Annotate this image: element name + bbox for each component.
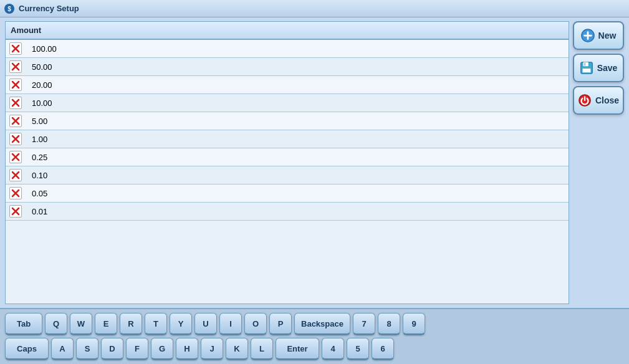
key-i[interactable]: I	[219, 313, 242, 335]
save-icon	[580, 61, 593, 75]
key-caps[interactable]: Caps	[5, 338, 49, 360]
table-row: 0.10	[6, 166, 569, 184]
svg-text:$: $	[7, 6, 11, 12]
key-o[interactable]: O	[244, 313, 267, 335]
delete-row-button[interactable]	[9, 169, 22, 181]
svg-rect-38	[584, 63, 585, 66]
key-8[interactable]: 8	[378, 313, 400, 335]
key-6[interactable]: 6	[372, 338, 394, 360]
amount-value: 1.00	[29, 135, 47, 144]
key-j[interactable]: J	[201, 338, 223, 360]
table-row: 1.00	[6, 130, 569, 148]
key-q[interactable]: Q	[45, 313, 67, 335]
delete-row-button[interactable]	[9, 205, 22, 218]
delete-row-button[interactable]	[9, 115, 22, 127]
delete-row-button[interactable]	[9, 97, 22, 109]
amount-value: 0.10	[29, 171, 47, 180]
table-row: 5.00	[6, 112, 569, 130]
amount-value: 5.00	[29, 117, 47, 126]
table-row: 20.00	[6, 76, 569, 94]
key-g[interactable]: G	[151, 338, 173, 360]
table-container: Amount 100.00 50.00	[5, 21, 569, 304]
key-r[interactable]: R	[120, 313, 142, 335]
delete-icon	[11, 98, 20, 107]
delete-row-button[interactable]	[9, 60, 22, 73]
delete-icon	[11, 135, 20, 143]
amount-value: 0.01	[29, 207, 47, 216]
key-h[interactable]: H	[176, 338, 198, 360]
delete-icon	[11, 80, 20, 89]
table-row: 50.00	[6, 58, 569, 76]
key-4[interactable]: 4	[322, 338, 344, 360]
delete-icon	[11, 62, 20, 71]
save-button-label: Save	[597, 63, 618, 73]
new-button-label: New	[598, 31, 617, 41]
delete-row-button[interactable]	[9, 151, 22, 163]
keyboard-area: TabQWERTYUIOPBackspace789 CapsASDFGHJKLE…	[0, 308, 629, 364]
delete-icon	[11, 153, 20, 161]
key-l[interactable]: L	[251, 338, 273, 360]
keyboard-row-2: CapsASDFGHJKLEnter456	[5, 338, 624, 360]
delete-icon	[11, 44, 20, 53]
key-f[interactable]: F	[126, 338, 148, 360]
key-backspace[interactable]: Backspace	[294, 313, 350, 335]
close-icon	[578, 93, 592, 107]
key-5[interactable]: 5	[347, 338, 369, 360]
amount-value: 10.00	[29, 98, 52, 108]
delete-row-button[interactable]	[9, 79, 22, 91]
svg-rect-36	[583, 62, 588, 66]
delete-row-button[interactable]	[9, 42, 22, 55]
save-button[interactable]: Save	[573, 54, 624, 82]
column-header-amount: Amount	[6, 22, 569, 39]
key-t[interactable]: T	[145, 313, 167, 335]
amount-value: 0.05	[29, 189, 47, 198]
title-bar-text: Currency Setup	[19, 4, 79, 13]
main-area: Amount 100.00 50.00	[0, 17, 629, 308]
key-y[interactable]: Y	[170, 313, 192, 335]
close-button[interactable]: Close	[573, 86, 624, 115]
key-7[interactable]: 7	[353, 313, 375, 335]
amount-value: 100.00	[29, 44, 57, 54]
table-row: 10.00	[6, 94, 569, 112]
delete-icon	[11, 189, 20, 198]
delete-icon	[11, 171, 20, 180]
amount-value: 20.00	[29, 80, 52, 90]
amount-value: 0.25	[29, 153, 47, 162]
key-u[interactable]: U	[194, 313, 217, 335]
title-bar: $ Currency Setup	[0, 0, 629, 17]
table-row: 0.01	[6, 203, 569, 221]
sidebar: New Save Close	[573, 17, 629, 308]
key-tab[interactable]: Tab	[5, 313, 42, 335]
key-p[interactable]: P	[269, 313, 292, 335]
delete-icon	[11, 207, 20, 216]
app-icon: $	[4, 3, 15, 14]
key-k[interactable]: K	[226, 338, 248, 360]
delete-row-button[interactable]	[9, 133, 22, 145]
key-e[interactable]: E	[95, 313, 117, 335]
delete-row-button[interactable]	[9, 187, 22, 199]
amount-value: 50.00	[29, 62, 52, 72]
key-d[interactable]: D	[101, 338, 123, 360]
table-row: 0.25	[6, 148, 569, 166]
key-s[interactable]: S	[76, 338, 98, 360]
new-button[interactable]: New	[573, 21, 624, 50]
svg-rect-37	[582, 69, 590, 72]
table-row: 0.05	[6, 184, 569, 203]
keyboard-row-1: TabQWERTYUIOPBackspace789	[5, 313, 624, 335]
key-w[interactable]: W	[70, 313, 92, 335]
table-row: 100.00	[6, 39, 569, 58]
key-a[interactable]: A	[51, 338, 74, 360]
key-enter[interactable]: Enter	[276, 338, 319, 360]
close-button-label: Close	[595, 95, 619, 105]
delete-icon	[11, 117, 20, 125]
key-9[interactable]: 9	[403, 313, 425, 335]
new-icon	[581, 29, 595, 42]
amount-table: Amount 100.00 50.00	[6, 22, 569, 221]
